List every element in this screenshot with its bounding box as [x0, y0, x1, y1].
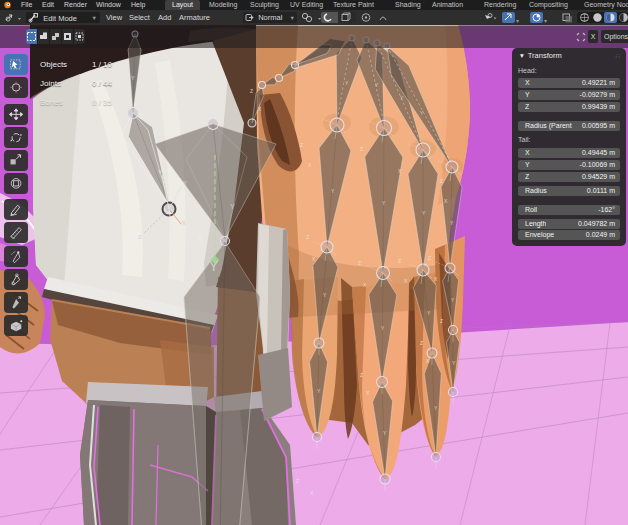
svg-text:Z: Z [358, 260, 361, 266]
svg-text:X: X [198, 235, 202, 241]
svg-text:X: X [182, 220, 186, 226]
svg-text:Z: Z [138, 234, 142, 240]
svg-text:Z: Z [296, 478, 299, 484]
svg-text:Z: Z [300, 142, 303, 148]
svg-text:Y: Y [230, 203, 235, 210]
svg-text:Y: Y [131, 75, 135, 81]
svg-text:Z: Z [420, 340, 423, 346]
svg-text:Z: Z [440, 318, 443, 324]
svg-text:Z: Z [428, 255, 431, 261]
svg-text:Z: Z [360, 372, 363, 378]
svg-text:Z: Z [250, 88, 253, 94]
svg-text:Z: Z [306, 234, 309, 240]
svg-text:Z: Z [398, 258, 401, 264]
svg-text:Z: Z [360, 146, 363, 152]
svg-text:Y: Y [158, 169, 162, 175]
svg-text:Y: Y [209, 258, 219, 274]
svg-text:Y: Y [183, 180, 187, 186]
svg-text:Z: Z [172, 257, 176, 263]
svg-text:Z: Z [440, 178, 443, 184]
